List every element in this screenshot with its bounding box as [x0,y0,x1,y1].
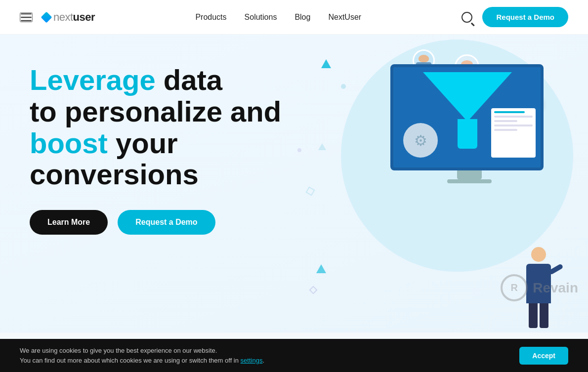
accept-cookies-button[interactable]: Accept [519,347,568,365]
doc-line-4 [494,124,533,126]
main-nav: Products Solutions Blog NextUser [195,13,361,22]
logo-icon [41,11,52,23]
revain-text: Revain [533,280,578,296]
cookie-message: We are using cookies to give you the bes… [20,346,264,365]
hero-title: Leverage data to personalize and boost y… [30,64,306,190]
monitor-screen: ⚙ [390,64,544,170]
person-leg-left [529,303,538,328]
nav-nextuser[interactable]: NextUser [328,13,361,22]
hero-section: Leverage data to personalize and boost y… [0,35,588,332]
doc-line-1 [494,111,525,113]
logo-text: nextuser [53,11,95,24]
cookie-line-2: You can find out more about which cookie… [20,357,239,364]
hero-illustration: ✓ ✓ 🛒 📍 ↗ [301,35,588,332]
search-icon [462,12,472,23]
header-right: Request a Demo [462,7,568,27]
person-head [531,247,546,262]
search-button[interactable] [462,12,472,23]
hero-title-highlight: Leverage [30,64,156,96]
nav-solutions[interactable]: Solutions [245,13,277,22]
cookie-line-1: We are using cookies to give you the bes… [20,347,217,354]
learn-more-button[interactable]: Learn More [30,210,108,235]
hero-title-boost: boost [30,127,108,159]
person-leg-right [540,303,548,328]
monitor-stand [457,170,482,179]
hamburger-menu[interactable] [20,12,33,22]
logo[interactable]: nextuser [42,11,95,24]
hero-buttons: Learn More Request a Demo [30,210,306,235]
doc-line-5 [494,129,517,131]
hero-content: Leverage data to personalize and boost y… [30,64,306,235]
doc-line-2 [494,116,533,118]
gear-icon: ⚙ [403,123,438,158]
hero-demo-button[interactable]: Request a Demo [118,210,215,235]
monitor: ⚙ [390,64,548,188]
person-arm [548,263,564,275]
cookie-settings-link[interactable]: settings [241,357,263,364]
nav-blog[interactable]: Blog [294,13,310,22]
nav-products[interactable]: Products [195,13,226,22]
revain-watermark: R Revain [501,274,578,301]
header-demo-button[interactable]: Request a Demo [482,7,568,27]
funnel-bottom [458,119,477,149]
document [491,108,536,158]
cookie-banner: We are using cookies to give you the bes… [0,339,588,372]
monitor-base [447,179,492,183]
header-left: nextuser [20,11,95,24]
doc-line-3 [494,120,517,122]
header: nextuser Products Solutions Blog NextUse… [0,0,588,35]
revain-logo: R [501,274,528,301]
person-legs [519,303,558,328]
